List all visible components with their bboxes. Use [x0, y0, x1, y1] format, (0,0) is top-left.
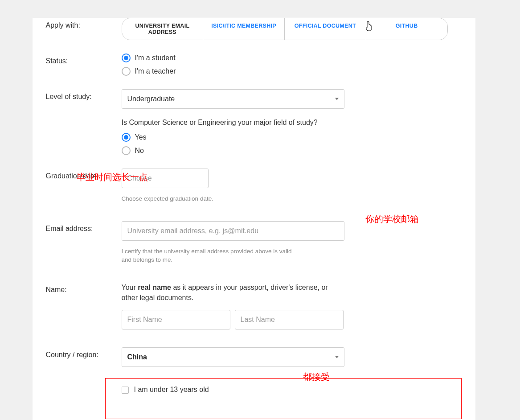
form-container: Apply with: UNIVERSITY EMAIL ADDRESS ISI… [33, 18, 475, 420]
field-apply-with: UNIVERSITY EMAIL ADDRESS ISIC/ITIC MEMBE… [122, 18, 442, 40]
cs-question-block: Is Computer Science or Engineering your … [122, 119, 442, 155]
row-checks: I am under 13 years old I have read and … [46, 386, 462, 420]
chevron-down-icon [335, 98, 339, 100]
chevron-down-icon [335, 356, 339, 358]
row-level-of-study: Level of study: Undergraduate Is Compute… [46, 89, 462, 155]
radio-circle-icon [122, 54, 131, 62]
name-inputs [122, 310, 442, 329]
cs-radio-group: Yes No [122, 133, 442, 155]
tab-university-email[interactable]: UNIVERSITY EMAIL ADDRESS [122, 18, 204, 40]
field-status: I'm a student I'm a teacher [122, 54, 442, 76]
email-help-text: I certify that the university email addr… [122, 247, 295, 264]
field-email: I certify that the university email addr… [122, 221, 442, 264]
row-status: Status: I'm a student I'm a teacher [46, 54, 462, 76]
country-value: China [127, 353, 147, 361]
radio-teacher[interactable]: I'm a teacher [122, 67, 442, 76]
label-country: Country / region: [46, 347, 122, 359]
checkbox-under13-label: I am under 13 years old [134, 386, 209, 394]
field-country: China [122, 347, 442, 367]
row-graduation-date: Graduation date: Choose expected graduat… [46, 169, 462, 203]
field-name: Your real name as it appears in your pas… [122, 282, 442, 329]
name-prompt-strong: real name [138, 284, 171, 291]
radio-cs-no-label: No [135, 147, 144, 155]
field-checks: I am under 13 years old I have read and … [122, 386, 442, 420]
radio-circle-icon [122, 133, 131, 142]
last-name-input[interactable] [235, 310, 344, 329]
label-checks-empty [46, 386, 122, 389]
field-level-of-study: Undergraduate Is Computer Science or Eng… [122, 89, 442, 155]
label-status: Status: [46, 54, 122, 65]
level-of-study-select[interactable]: Undergraduate [122, 89, 344, 109]
cs-question-text: Is Computer Science or Engineering your … [122, 119, 442, 127]
radio-teacher-label: I'm a teacher [135, 67, 176, 75]
label-email: Email address: [46, 221, 122, 233]
status-radio-group: I'm a student I'm a teacher [122, 54, 442, 76]
row-apply-with: Apply with: UNIVERSITY EMAIL ADDRESS ISI… [46, 18, 462, 40]
radio-student[interactable]: I'm a student [122, 54, 442, 62]
row-name: Name: Your real name as it appears in yo… [46, 282, 462, 329]
name-prompt-pre: Your [122, 284, 138, 291]
checkbox-box-icon [122, 387, 129, 394]
level-of-study-value: Undergraduate [127, 95, 175, 103]
row-email: Email address: I certify that the univer… [46, 221, 462, 264]
tab-official-document[interactable]: OFFICIAL DOCUMENT [285, 18, 366, 40]
radio-circle-icon [122, 146, 131, 155]
radio-student-label: I'm a student [135, 54, 176, 62]
label-name: Name: [46, 282, 122, 294]
check-row-under13: I am under 13 years old [122, 386, 442, 395]
graduation-date-input[interactable] [122, 169, 209, 188]
row-country: Country / region: China [46, 347, 462, 367]
field-graduation-date: Choose expected graduation date. [122, 169, 442, 203]
graduation-help-text: Choose expected graduation date. [122, 195, 300, 203]
radio-circle-icon [122, 67, 131, 76]
name-prompt: Your real name as it appears in your pas… [122, 282, 344, 303]
apply-with-tabs: UNIVERSITY EMAIL ADDRESS ISIC/ITIC MEMBE… [122, 18, 448, 40]
tab-isic-itic[interactable]: ISIC/ITIC MEMBERSHIP [203, 18, 285, 40]
email-input[interactable] [122, 221, 344, 241]
label-apply-with: Apply with: [46, 18, 122, 29]
form-page: Apply with: UNIVERSITY EMAIL ADDRESS ISI… [33, 18, 475, 420]
radio-cs-no[interactable]: No [122, 146, 442, 155]
first-name-input[interactable] [122, 310, 230, 329]
label-graduation-date: Graduation date: [46, 169, 122, 180]
label-level-of-study: Level of study: [46, 89, 122, 101]
radio-cs-yes[interactable]: Yes [122, 133, 442, 142]
tab-github[interactable]: GITHUB [366, 18, 447, 40]
radio-cs-yes-label: Yes [135, 133, 147, 141]
country-select[interactable]: China [122, 347, 344, 367]
checkbox-under13[interactable]: I am under 13 years old [122, 386, 209, 394]
